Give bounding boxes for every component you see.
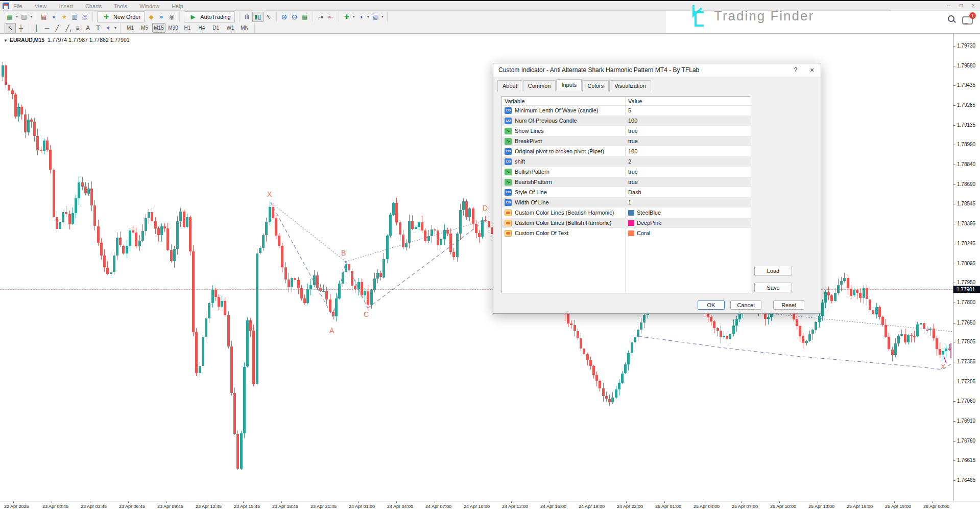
load-button[interactable]: Load (754, 266, 792, 275)
templates-icon[interactable]: ▧ (370, 12, 380, 21)
table-row[interactable]: 123Minimum Lenth Of Wave (candle)5 (502, 105, 751, 115)
table-row[interactable]: 123Style Of LineDash (502, 187, 751, 197)
chart-shift-icon[interactable]: ⇤ (326, 12, 336, 21)
minimize-button[interactable]: – (945, 3, 952, 8)
chevron-down-icon[interactable]: ▾ (366, 14, 370, 19)
table-row[interactable]: ∿BreakPivottrue (502, 136, 751, 146)
candlestick-chart-icon[interactable]: ▮▯ (252, 12, 264, 22)
menu-file[interactable]: File (13, 3, 22, 9)
profiles-icon[interactable]: ▥ (19, 12, 29, 21)
tab-visualization[interactable]: Visualization (609, 80, 651, 91)
zoom-in-icon[interactable]: ⊕ (279, 12, 290, 21)
cancel-button[interactable]: Cancel (730, 300, 761, 310)
zoom-out-icon[interactable]: ⊖ (290, 12, 300, 21)
menu-view[interactable]: View (35, 3, 47, 9)
terminal-icon[interactable]: ▥ (69, 12, 80, 21)
navigator-icon[interactable]: ⌖ (49, 12, 59, 21)
time-axis[interactable]: 22 Apr 202523 Apr 00:4523 Apr 03:4523 Ap… (0, 501, 980, 509)
favorites-star-icon[interactable]: ★ (59, 12, 69, 21)
menu-insert[interactable]: Insert (59, 3, 73, 9)
dialog-title-bar[interactable]: Custom Indicator - Anti Alternate Shark … (493, 63, 821, 77)
trendline-icon[interactable]: ╱ (52, 24, 62, 33)
pattern-point-label-x: X (267, 190, 272, 198)
tile-windows-icon[interactable]: ▦ (300, 12, 310, 21)
community-icon[interactable]: ● (156, 12, 166, 21)
timeframe-m30[interactable]: M30 (166, 23, 180, 33)
timeframe-h1[interactable]: H1 (181, 23, 194, 33)
bar-chart-icon[interactable]: ılı (242, 12, 252, 21)
ohlc-values: 1.77974 1.77987 1.77862 1.77901 (47, 37, 130, 43)
variable-value: 1 (628, 199, 631, 205)
tab-about[interactable]: About (497, 80, 522, 91)
menu-tools[interactable]: Tools (114, 3, 127, 9)
menu-window[interactable]: Window (139, 3, 159, 9)
restore-button[interactable]: □ (958, 3, 965, 8)
timeframe-d1[interactable]: D1 (209, 23, 223, 33)
autoscroll-icon[interactable]: ⇥ (316, 12, 326, 21)
reset-button[interactable]: Reset (773, 300, 804, 310)
vertical-line-icon[interactable]: │ (32, 24, 42, 33)
indicators-icon[interactable]: ✚ (342, 12, 352, 21)
menu-charts[interactable]: Charts (85, 3, 102, 9)
metaeditor-icon[interactable]: ◆ (146, 12, 156, 21)
table-row[interactable]: ∿Show Linestrue (502, 126, 751, 136)
crosshair-icon[interactable]: ┼ (16, 24, 26, 33)
menu-help[interactable]: Help (172, 3, 183, 9)
timeframe-h4[interactable]: H4 (195, 23, 208, 33)
tab-inputs[interactable]: Inputs (556, 79, 582, 90)
equidistant-channel-icon[interactable]: ╱E (62, 24, 73, 33)
chevron-down-icon[interactable]: ▾ (352, 14, 356, 19)
table-row[interactable]: 123Original pivot to broken pivot (Pipet… (502, 146, 751, 156)
market-watch-icon[interactable]: ▤ (39, 12, 49, 21)
cursor-icon[interactable]: ↖ (5, 23, 16, 33)
variable-name: Original pivot to broken pivot (Pipet) (515, 148, 604, 154)
ok-button[interactable]: OK (698, 300, 725, 310)
sound-icon[interactable]: ◉ (166, 12, 177, 21)
strategy-tester-icon[interactable]: ◎ (80, 12, 90, 21)
tab-colors[interactable]: Colors (582, 80, 609, 91)
time-tick-label: 25 Apr 10:00 (770, 504, 796, 509)
save-button[interactable]: Save (754, 283, 792, 292)
autotrading-button[interactable]: ▶AutoTrading (184, 11, 235, 22)
time-tick-label: 23 Apr 21:45 (310, 504, 337, 509)
periods-icon[interactable]: ◑ (356, 12, 366, 21)
table-row[interactable]: Custom Color Lines (Bearish Harmonic)Ste… (502, 207, 751, 218)
text-label-icon[interactable]: T (93, 24, 103, 33)
help-button[interactable]: ? (788, 66, 803, 74)
new-chart-icon[interactable]: ▦ (5, 12, 15, 21)
search-icon[interactable] (948, 15, 954, 22)
price-tick-label: 1.78690 (957, 181, 975, 187)
bool-type-icon: ∿ (505, 169, 512, 175)
line-chart-icon[interactable]: ∿ (264, 12, 274, 21)
horizontal-line-icon[interactable]: ─ (42, 24, 52, 33)
text-icon[interactable]: A (83, 24, 93, 33)
menu-items: FileViewInsertChartsToolsWindowHelp (13, 1, 196, 10)
table-row[interactable]: ∿BearishPatterntrue (502, 177, 751, 187)
table-row[interactable]: ∿BullishPatterntrue (502, 167, 751, 177)
arrows-icon[interactable]: ✦ (103, 24, 113, 33)
timeframe-m5[interactable]: M5 (138, 23, 151, 33)
timeframe-m1[interactable]: M1 (124, 23, 137, 33)
table-row[interactable]: Custom Color Lines (Bullish Harmonic)Dee… (502, 218, 751, 228)
price-axis[interactable]: 1.77901 1.797301.795801.794351.792851.79… (953, 34, 980, 501)
chevron-down-icon[interactable]: ▾ (113, 26, 117, 30)
timeframe-m15[interactable]: M15 (152, 23, 165, 33)
chevron-down-icon[interactable]: ▾ (15, 14, 19, 19)
tab-common[interactable]: Common (523, 80, 556, 91)
table-row[interactable]: 123Width Of Line1 (502, 197, 751, 207)
close-window-button[interactable]: × (970, 3, 977, 8)
close-dialog-button[interactable]: × (803, 66, 821, 74)
table-row[interactable]: 123Num Of Previous Candle100 (502, 115, 751, 126)
price-tick-label: 1.78395 (957, 221, 975, 226)
timeframe-mn[interactable]: MN (238, 23, 251, 33)
chevron-down-icon[interactable]: ▾ (29, 14, 33, 19)
table-row[interactable]: Custom Color Of TextCoral (502, 228, 751, 238)
table-row[interactable]: 123shift2 (502, 156, 751, 167)
inputs-table[interactable]: Variable Value 123Minimum Lenth Of Wave … (501, 96, 751, 293)
time-tick (933, 501, 933, 503)
chevron-down-icon[interactable]: ▾ (380, 14, 385, 19)
fibonacci-icon[interactable]: ≡F (73, 24, 83, 33)
new-order-button[interactable]: ✚New Order (97, 11, 145, 22)
timeframe-w1[interactable]: W1 (224, 23, 237, 33)
color-swatch (628, 220, 634, 226)
